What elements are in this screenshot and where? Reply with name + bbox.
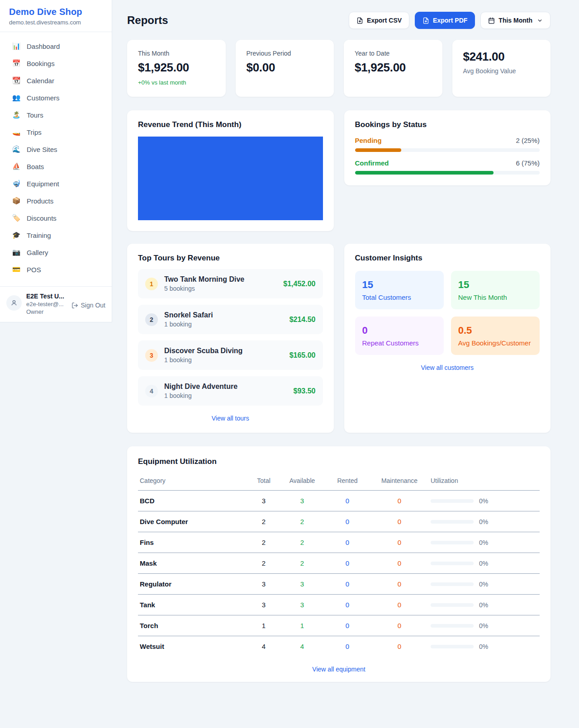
tour-row-1[interactable]: 1 Two Tank Morning Dive 5 bookings $1,45… bbox=[138, 269, 323, 298]
cell-total: 2 bbox=[248, 511, 280, 532]
cell-utilization: 0% bbox=[479, 497, 488, 505]
progress-fill bbox=[355, 148, 401, 152]
stat-value: $0.00 bbox=[247, 61, 323, 75]
export-csv-button[interactable]: Export CSV bbox=[349, 12, 409, 29]
tile-label: New This Month bbox=[458, 293, 532, 301]
sidebar-item-calendar[interactable]: 📆 Calendar bbox=[0, 72, 112, 89]
stat-label: Previous Period bbox=[247, 50, 323, 57]
user-meta: E2E Test U... e2e-tester@... Owner bbox=[26, 293, 64, 315]
sidebar-item-customers[interactable]: 👥 Customers bbox=[0, 89, 112, 106]
table-row-mask: Mask 2 2 0 0 0% bbox=[138, 553, 540, 574]
rank-badge: 4 bbox=[145, 385, 158, 397]
sidebar-item-discounts[interactable]: 🏷️ Discounts bbox=[0, 209, 112, 227]
tile-label: Avg Bookings/Customer bbox=[458, 339, 532, 347]
sidebar-item-gallery[interactable]: 📷 Gallery bbox=[0, 244, 112, 261]
sidebar-item-tours[interactable]: 🏝️ Tours bbox=[0, 106, 112, 123]
cell-available: 1 bbox=[280, 615, 325, 636]
table-row-wetsuit: Wetsuit 4 4 0 0 0% bbox=[138, 636, 540, 657]
sidebar-item-dive-sites[interactable]: 🌊 Dive Sites bbox=[0, 141, 112, 158]
cell-category: BCD bbox=[138, 491, 248, 511]
top-tours-card: Top Tours by Revenue 1 Two Tank Morning … bbox=[127, 244, 334, 433]
sidebar-item-label: Bookings bbox=[27, 60, 55, 67]
tour-name: Snorkel Safari bbox=[164, 311, 213, 319]
status-label: Pending bbox=[355, 137, 382, 144]
sidebar-item-bookings[interactable]: 📅 Bookings bbox=[0, 55, 112, 72]
cell-maintenance: 0 bbox=[370, 595, 429, 615]
sidebar-item-label: POS bbox=[27, 266, 41, 274]
export-pdf-label: Export PDF bbox=[433, 17, 467, 24]
sidebar-item-boats[interactable]: ⛵ Boats bbox=[0, 158, 112, 175]
tour-row-3[interactable]: 3 Discover Scuba Diving 1 booking $165.0… bbox=[138, 340, 323, 370]
calendar-icon bbox=[488, 17, 495, 24]
sidebar-item-equipment[interactable]: 🤿 Equipment bbox=[0, 175, 112, 192]
stat-card-year-to-date: Year to Date $1,925.00 bbox=[344, 40, 442, 97]
view-all-equipment-link[interactable]: View all equipment bbox=[312, 666, 365, 673]
sidebar-item-trips[interactable]: 🚤 Trips bbox=[0, 123, 112, 141]
utilization-bar bbox=[431, 562, 474, 565]
customer-insights-card: Customer Insights 15 Total Customers 15 … bbox=[344, 244, 551, 433]
cell-available: 2 bbox=[280, 553, 325, 574]
sidebar-item-label: Calendar bbox=[27, 77, 54, 85]
tile-value: 0 bbox=[362, 325, 437, 336]
cell-utilization: 0% bbox=[479, 643, 488, 650]
sign-out-button[interactable]: Sign Out bbox=[71, 302, 105, 309]
cell-utilization: 0% bbox=[479, 539, 488, 546]
tour-bookings: 1 booking bbox=[164, 356, 242, 364]
cell-category: Mask bbox=[138, 553, 248, 574]
tile-label: Repeat Customers bbox=[362, 339, 437, 347]
tour-row-4[interactable]: 4 Night Dive Adventure 1 booking $93.50 bbox=[138, 376, 323, 406]
status-row-pending: Pending 2 (25%) bbox=[355, 137, 540, 152]
calendar-date-icon: 📅 bbox=[12, 59, 21, 67]
cell-maintenance: 0 bbox=[370, 574, 429, 595]
package-icon: 📦 bbox=[12, 197, 21, 205]
tour-row-2[interactable]: 2 Snorkel Safari 1 booking $214.50 bbox=[138, 305, 323, 334]
equipment-table: Category Total Available Rented Maintena… bbox=[138, 474, 540, 657]
sidebar-item-products[interactable]: 📦 Products bbox=[0, 192, 112, 209]
tour-amount: $93.50 bbox=[294, 387, 316, 395]
brand: Demo Dive Shop demo.test.divestreams.com bbox=[0, 0, 112, 32]
status-row-confirmed: Confirmed 6 (75%) bbox=[355, 159, 540, 175]
col-available: Available bbox=[280, 474, 325, 491]
island-icon: 🏝️ bbox=[12, 111, 21, 119]
tile-avg-bookings-customer: 0.5 Avg Bookings/Customer bbox=[451, 317, 540, 355]
person-icon bbox=[10, 299, 18, 307]
cell-maintenance: 0 bbox=[370, 491, 429, 511]
sign-out-icon bbox=[71, 302, 78, 309]
utilization-bar bbox=[431, 603, 474, 607]
cell-rented: 0 bbox=[325, 553, 370, 574]
sidebar-item-dashboard[interactable]: 📊 Dashboard bbox=[0, 38, 112, 55]
sidebar-item-pos[interactable]: 💳 POS bbox=[0, 261, 112, 278]
sidebar-item-training[interactable]: 🎓 Training bbox=[0, 227, 112, 244]
tile-total-customers: 15 Total Customers bbox=[355, 271, 444, 309]
tile-value: 0.5 bbox=[458, 325, 532, 336]
rank-badge: 1 bbox=[145, 278, 158, 290]
user-role: Owner bbox=[26, 308, 64, 315]
progress-track bbox=[355, 148, 540, 152]
rank-badge: 2 bbox=[145, 313, 158, 326]
cell-total: 3 bbox=[248, 574, 280, 595]
cell-category: Torch bbox=[138, 615, 248, 636]
stats-row: This Month $1,925.00 +0% vs last month P… bbox=[127, 40, 551, 97]
tour-name: Discover Scuba Diving bbox=[164, 347, 242, 355]
revenue-trend-card: Revenue Trend (This Month) bbox=[127, 110, 334, 231]
sidebar-item-label: Gallery bbox=[27, 249, 48, 256]
cell-rented: 0 bbox=[325, 532, 370, 553]
revenue-trend-chart bbox=[138, 137, 323, 220]
cell-category: Fins bbox=[138, 532, 248, 553]
col-utilization: Utilization bbox=[429, 474, 540, 491]
export-pdf-button[interactable]: Export PDF bbox=[415, 12, 475, 29]
period-select[interactable]: This Month bbox=[480, 12, 551, 29]
cell-rented: 0 bbox=[325, 511, 370, 532]
view-all-customers-link[interactable]: View all customers bbox=[421, 364, 474, 371]
col-total: Total bbox=[248, 474, 280, 491]
sidebar-item-label: Boats bbox=[27, 163, 44, 170]
stat-value: $1,925.00 bbox=[355, 61, 432, 75]
table-row-tank: Tank 3 3 0 0 0% bbox=[138, 595, 540, 615]
cell-category: Wetsuit bbox=[138, 636, 248, 657]
stat-delta: +0% vs last month bbox=[138, 79, 215, 86]
cell-utilization: 0% bbox=[479, 622, 488, 629]
utilization-bar bbox=[431, 541, 474, 544]
stat-label: Year to Date bbox=[355, 50, 432, 57]
tour-amount: $165.00 bbox=[290, 351, 316, 359]
view-all-tours-link[interactable]: View all tours bbox=[212, 415, 249, 422]
